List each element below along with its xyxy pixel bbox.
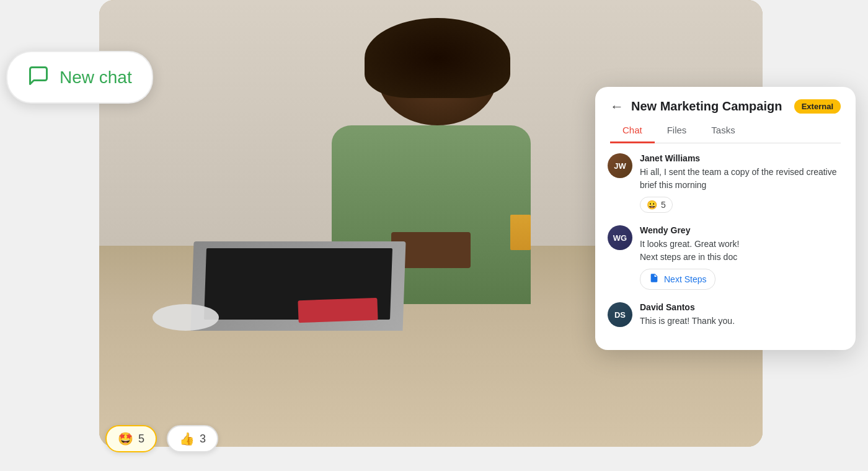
new-chat-label: New chat (60, 68, 132, 87)
chat-panel-header: ← New Marketing Campaign External Chat F… (595, 87, 856, 143)
message-body-janet: Janet Williams Hi all, I sent the team a… (640, 153, 843, 213)
tab-tasks[interactable]: Tasks (699, 119, 747, 143)
message-text-janet: Hi all, I sent the team a copy of the re… (640, 166, 843, 192)
tab-chat[interactable]: Chat (610, 119, 655, 143)
chat-header-top: ← New Marketing Campaign External (610, 99, 841, 114)
message-name-david: David Santos (640, 302, 843, 312)
external-badge: External (794, 99, 841, 114)
reaction-count-thumbsup: 3 (200, 433, 206, 446)
reaction-pill-star[interactable]: 🤩 5 (105, 425, 157, 452)
reaction-count-star: 5 (138, 433, 144, 446)
message-body-david: David Santos This is great! Thank you. (640, 302, 843, 328)
avatar-wendy: WG (608, 225, 632, 250)
message-text-david: This is great! Thank you. (640, 315, 843, 328)
reaction-pills-container: 🤩 5 👍 3 (105, 425, 218, 452)
tab-files[interactable]: Files (655, 119, 699, 143)
thumbsup-emoji: 👍 (179, 431, 195, 446)
new-chat-pill[interactable]: New chat (6, 51, 153, 104)
smiley-emoji: 😀 (647, 200, 657, 210)
message-name-janet: Janet Williams (640, 153, 843, 163)
reaction-count-janet: 5 (661, 200, 666, 210)
chat-panel: ← New Marketing Campaign External Chat F… (595, 87, 856, 350)
message-text-wendy: It looks great. Great work!Next steps ar… (640, 238, 843, 264)
avatar-janet: JW (608, 153, 632, 178)
reaction-pill-thumbsup[interactable]: 👍 3 (167, 425, 218, 452)
back-button[interactable]: ← (610, 100, 624, 114)
doc-chip-next-steps[interactable]: Next Steps (640, 269, 715, 290)
message-david: DS David Santos This is great! Thank you… (608, 302, 843, 328)
doc-icon (649, 273, 659, 285)
message-name-wendy: Wendy Grey (640, 225, 843, 235)
chat-tabs: Chat Files Tasks (610, 119, 841, 143)
message-janet: JW Janet Williams Hi all, I sent the tea… (608, 153, 843, 213)
star-emoji: 🤩 (118, 431, 133, 446)
chat-title: New Marketing Campaign (631, 99, 787, 114)
chat-icon (27, 65, 50, 90)
avatar-david: DS (608, 302, 632, 327)
message-wendy: WG Wendy Grey It looks great. Great work… (608, 225, 843, 290)
doc-chip-label: Next Steps (664, 274, 706, 284)
chat-messages: JW Janet Williams Hi all, I sent the tea… (595, 143, 856, 350)
message-body-wendy: Wendy Grey It looks great. Great work!Ne… (640, 225, 843, 290)
emoji-reaction-janet[interactable]: 😀 5 (640, 197, 673, 213)
